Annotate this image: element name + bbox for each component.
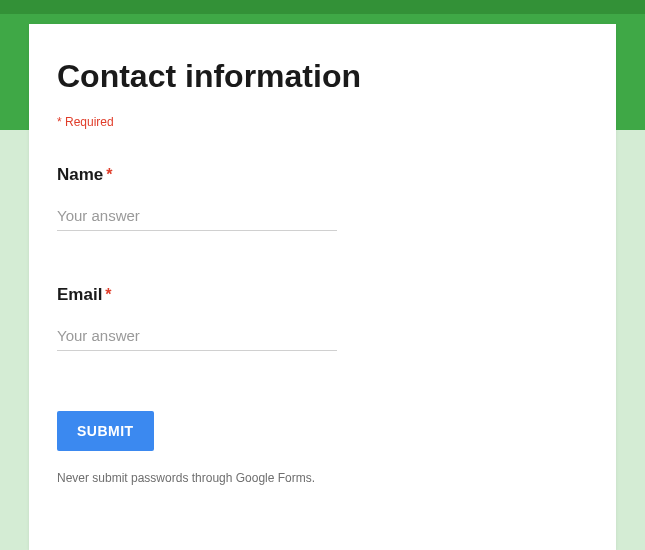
field-email-group: Email* — [57, 285, 588, 351]
required-asterisk: * — [105, 286, 111, 303]
name-input[interactable] — [57, 203, 337, 231]
form-card: Contact information * Required Name* Ema… — [29, 24, 616, 550]
field-email-label-wrap: Email* — [57, 286, 112, 303]
required-asterisk: * — [106, 166, 112, 183]
field-name-group: Name* — [57, 165, 588, 231]
field-name-label-wrap: Name* — [57, 166, 113, 183]
header-banner-top — [0, 0, 645, 14]
field-name-label: Name — [57, 165, 103, 185]
email-input[interactable] — [57, 323, 337, 351]
required-note: * Required — [57, 115, 588, 129]
submit-button[interactable]: SUBMIT — [57, 411, 154, 451]
field-email-label: Email — [57, 285, 102, 305]
form-title: Contact information — [57, 58, 588, 95]
footer-note: Never submit passwords through Google Fo… — [57, 471, 588, 485]
